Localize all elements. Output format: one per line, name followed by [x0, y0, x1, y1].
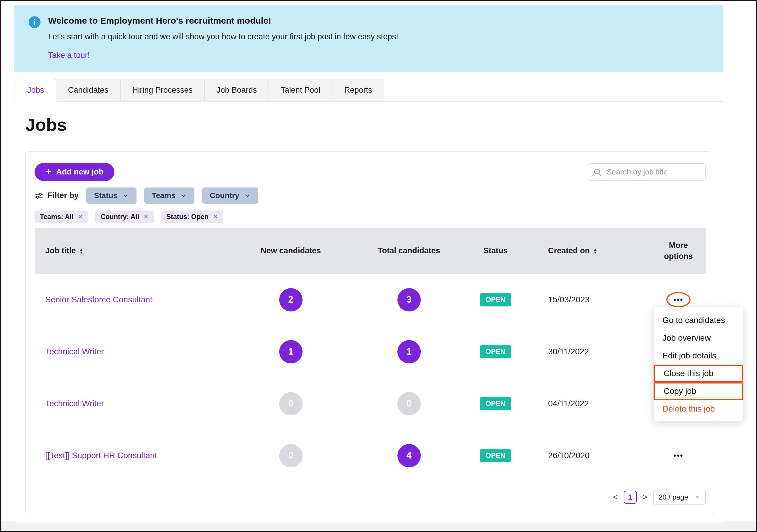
status-badge: OPEN [480, 293, 511, 306]
current-page-button[interactable]: 1 [624, 491, 637, 504]
chevron-down-icon [180, 192, 187, 199]
highlight-ellipse: ••• [666, 292, 690, 307]
pagination: < 1 > 20 / page [35, 490, 706, 505]
status-badge: OPEN [480, 449, 511, 462]
table-row: [[Test]] Support HR Consultant 0 4 OPEN … [35, 430, 706, 482]
sort-icon[interactable]: ▲ ▼ [593, 248, 597, 254]
table-header-row: Job title ▲ ▼ New candidates Total candi… [35, 228, 706, 274]
job-title-link[interactable]: Senior Salesforce Consultant [35, 295, 229, 304]
total-candidates-count[interactable]: 3 [397, 288, 421, 312]
chevron-down-icon [122, 192, 129, 199]
jobs-panel: Jobs + Add new job [15, 101, 723, 523]
add-new-job-label: Add new job [56, 167, 104, 177]
created-on-date: 04/11/2022 [525, 399, 652, 408]
total-candidates-count[interactable]: 1 [397, 340, 421, 363]
table-row: Senior Salesforce Consultant 2 3 OPEN 15… [35, 274, 706, 326]
search-input[interactable] [588, 163, 706, 181]
close-icon[interactable]: ✕ [143, 213, 149, 220]
column-header-created-on: Created on ▲ ▼ [525, 246, 652, 255]
chip-label: Country: All [101, 213, 139, 221]
table-row: Technical Writer 0 0 OPEN 04/11/2022 ••• [35, 378, 706, 430]
previous-page-button[interactable]: < [613, 492, 618, 502]
menu-item-close-this-job[interactable]: Close this job [653, 365, 743, 382]
column-header-total-candidates: Total candidates [352, 246, 466, 255]
new-candidates-count[interactable]: 0 [279, 392, 303, 415]
more-options-button[interactable]: ••• [673, 296, 683, 303]
close-icon[interactable]: ✕ [78, 213, 83, 220]
welcome-banner: i Welcome to Employment Hero's recruitme… [14, 5, 723, 72]
menu-item-copy-job[interactable]: Copy job [653, 382, 743, 400]
banner-title: Welcome to Employment Hero's recruitment… [48, 16, 398, 26]
page-title: Jobs [25, 115, 723, 135]
page-size-value: 20 / page [659, 493, 688, 501]
tab-reports[interactable]: Reports [332, 79, 384, 101]
filter-sliders-icon [35, 191, 44, 200]
total-candidates-count[interactable]: 0 [397, 392, 421, 415]
teams-filter-label: Teams [152, 191, 175, 200]
sort-desc-icon: ▼ [79, 251, 83, 254]
chevron-down-icon [695, 494, 701, 500]
chevron-down-icon [244, 192, 251, 199]
menu-item-job-overview[interactable]: Job overview [653, 329, 743, 347]
jobs-card: + Add new job [25, 152, 713, 514]
total-candidates-count[interactable]: 4 [397, 444, 421, 467]
country-filter-label: Country [210, 191, 239, 200]
take-a-tour-link[interactable]: Take a tour! [48, 51, 90, 60]
filter-chip-status[interactable]: Status: Open ✕ [161, 210, 224, 223]
chip-label: Status: Open [167, 213, 209, 221]
column-header-job-title: Job title ▲ ▼ [35, 246, 229, 255]
country-filter-dropdown[interactable]: Country [202, 187, 258, 204]
new-candidates-count[interactable]: 2 [279, 288, 303, 312]
job-title-header-label: Job title [45, 246, 76, 255]
status-badge: OPEN [480, 397, 511, 410]
search-box [588, 163, 706, 181]
new-candidates-count[interactable]: 0 [279, 444, 303, 467]
status-filter-dropdown[interactable]: Status [86, 187, 136, 204]
banner-text: Welcome to Employment Hero's recruitment… [48, 16, 398, 72]
filter-by-label: Filter by [35, 191, 78, 200]
jobs-table: Job title ▲ ▼ New candidates Total candi… [35, 228, 706, 482]
created-on-date: 26/10/2020 [525, 451, 652, 460]
status-filter-label: Status [94, 191, 117, 200]
menu-item-delete-this-job[interactable]: Delete this job [653, 400, 743, 418]
status-badge: OPEN [480, 345, 511, 358]
tab-job-boards[interactable]: Job Boards [204, 79, 269, 101]
filter-chip-teams[interactable]: Teams: All ✕ [35, 210, 88, 223]
page-size-select[interactable]: 20 / page [653, 490, 706, 505]
add-new-job-button[interactable]: + Add new job [35, 163, 114, 181]
info-icon: i [29, 16, 41, 28]
job-title-link[interactable]: Technical Writer [35, 347, 229, 356]
banner-subtitle: Let's start with a quick tour and we wil… [48, 32, 398, 41]
search-icon [593, 168, 602, 177]
column-header-new-candidates: New candidates [229, 246, 352, 255]
more-options-button[interactable]: ••• [673, 452, 683, 460]
chip-label: Teams: All [40, 213, 74, 221]
tab-jobs[interactable]: Jobs [15, 79, 56, 101]
recruitment-app-window: i Welcome to Employment Hero's recruitme… [0, 0, 757, 532]
tab-hiring-processes[interactable]: Hiring Processes [120, 79, 205, 101]
menu-item-go-to-candidates[interactable]: Go to candidates [653, 312, 743, 329]
created-on-date: 30/11/2022 [525, 347, 652, 356]
filter-chip-country[interactable]: Country: All ✕ [95, 210, 154, 223]
sort-icon[interactable]: ▲ ▼ [79, 248, 83, 254]
column-header-status: Status [466, 246, 525, 255]
job-title-link[interactable]: Technical Writer [35, 399, 229, 408]
created-on-header-label: Created on [548, 246, 590, 255]
tab-candidates[interactable]: Candidates [56, 79, 121, 101]
column-header-more-options: More options [652, 240, 705, 262]
teams-filter-dropdown[interactable]: Teams [144, 187, 195, 204]
menu-item-edit-job-details[interactable]: Edit job details [653, 347, 743, 365]
table-row: Technical Writer 1 1 OPEN 30/11/2022 ••• [35, 326, 706, 378]
plus-icon: + [45, 166, 51, 177]
next-page-button[interactable]: > [643, 492, 648, 502]
more-options-context-menu: Go to candidates Job overview Edit job d… [653, 307, 743, 421]
filter-by-text: Filter by [47, 191, 78, 200]
close-icon[interactable]: ✕ [213, 213, 218, 220]
job-title-link[interactable]: [[Test]] Support HR Consultant [35, 451, 229, 460]
sort-desc-icon: ▼ [593, 251, 597, 254]
tab-talent-pool[interactable]: Talent Pool [269, 79, 332, 101]
tab-bar: Jobs Candidates Hiring Processes Job Boa… [15, 79, 756, 101]
new-candidates-count[interactable]: 1 [279, 340, 303, 363]
created-on-date: 15/03/2023 [525, 295, 652, 304]
